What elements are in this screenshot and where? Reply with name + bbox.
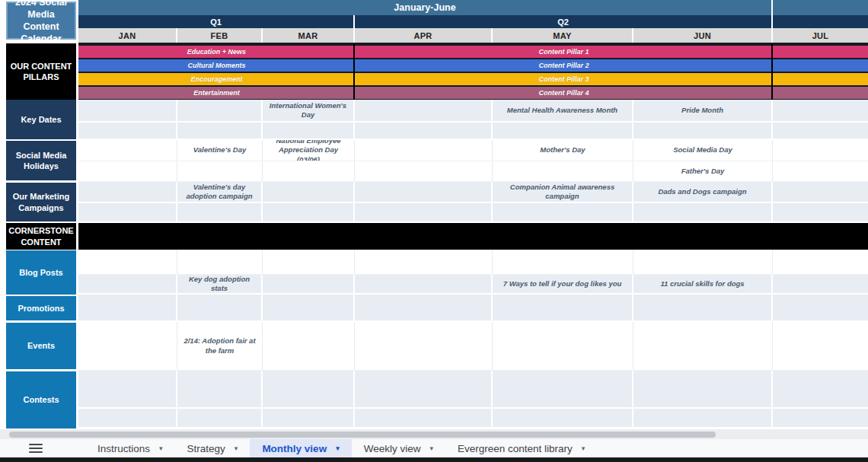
- grid-cell-jan-contests[interactable]: [78, 371, 177, 407]
- grid-cell-jun-marketing-campaigns[interactable]: Dads and Dogs campaign: [633, 182, 773, 202]
- grid-cell-apr-blog-posts[interactable]: [355, 275, 493, 293]
- month-header-jun[interactable]: JUN: [633, 28, 773, 43]
- sidebar-section-promotions[interactable]: Promotions: [6, 296, 76, 320]
- grid-cell-mar-marketing-campaigns[interactable]: [263, 182, 355, 202]
- grid-cell-may-events[interactable]: [493, 322, 633, 370]
- pillar-bar-cultural-moments[interactable]: Cultural Moments Content Pillar 2: [78, 59, 868, 72]
- grid-cell-jun-key-dates[interactable]: Pride Month: [633, 100, 773, 121]
- grid-cell-jun-promotions[interactable]: [633, 295, 773, 320]
- grid-cell-may-contests[interactable]: [493, 409, 633, 427]
- grid-cell-mar-events[interactable]: [263, 322, 355, 370]
- grid-cell-feb-blog-posts[interactable]: Key dog adoption stats: [177, 275, 263, 293]
- month-header-mar[interactable]: MAR: [263, 28, 355, 43]
- month-header-feb[interactable]: FEB: [177, 28, 263, 43]
- grid-cell-apr-promotions[interactable]: [355, 295, 493, 320]
- grid-cell-apr-contests[interactable]: [355, 409, 493, 427]
- grid-cell-mar-blog-posts[interactable]: [263, 250, 355, 274]
- grid-cell-mar-marketing-campaigns[interactable]: [263, 203, 355, 221]
- grid-cell-apr-social-media-holidays[interactable]: [355, 161, 493, 181]
- grid-cell-jun-contests[interactable]: [633, 409, 773, 427]
- pillar-bar-education-news[interactable]: Education + News Content Pillar 1: [78, 46, 868, 58]
- grid-cell-jan-blog-posts[interactable]: [78, 275, 177, 293]
- grid-cell-feb-key-dates[interactable]: [177, 100, 263, 121]
- sidebar-section-our-marketing-campaigns[interactable]: Our Marketing Campaigns: [6, 183, 76, 221]
- tab-dropdown-icon[interactable]: ▾: [582, 444, 586, 452]
- grid-cell-jan-key-dates[interactable]: [78, 123, 177, 139]
- grid-cell-jun-marketing-campaigns[interactable]: [633, 203, 773, 221]
- grid-cell-may-social-media-holidays[interactable]: [493, 161, 633, 181]
- pillar-bar-encouragement[interactable]: Encouragement Content Pillar 3: [78, 73, 868, 85]
- sidebar-section-social-media-holidays[interactable]: Social Media Holidays: [6, 141, 76, 180]
- grid-cell-apr-marketing-campaigns[interactable]: [355, 182, 493, 202]
- grid-cell-jan-key-dates[interactable]: [78, 100, 177, 121]
- tab-dropdown-icon[interactable]: ▾: [336, 444, 340, 452]
- grid-cell-apr-key-dates[interactable]: [355, 100, 493, 121]
- grid-cell-jan-events[interactable]: [78, 322, 177, 370]
- grid-cell-mar-contests[interactable]: [263, 409, 355, 427]
- grid-cell-jul-marketing-campaigns[interactable]: [773, 203, 868, 221]
- month-header-apr[interactable]: APR: [355, 28, 493, 43]
- header-range-cell[interactable]: January-June: [78, 0, 773, 15]
- grid-cell-jul-social-media-holidays[interactable]: [773, 161, 868, 181]
- grid-cell-jul-events[interactable]: [773, 322, 868, 370]
- grid-cell-jun-social-media-holidays[interactable]: Social Media Day: [633, 140, 773, 161]
- tab-dropdown-icon[interactable]: ▾: [235, 444, 238, 452]
- quarter-cell-q3[interactable]: [773, 15, 868, 28]
- sidebar-section-key-dates[interactable]: Key Dates: [6, 100, 76, 139]
- grid-cell-mar-key-dates[interactable]: International Women's Day: [263, 100, 355, 121]
- grid-cell-apr-events[interactable]: [355, 322, 493, 370]
- grid-cell-jun-blog-posts[interactable]: 11 crucial skills for dogs: [633, 275, 773, 293]
- grid-cell-feb-social-media-holidays[interactable]: [177, 161, 263, 181]
- grid-cell-may-marketing-campaigns[interactable]: [493, 203, 633, 221]
- grid-cell-mar-promotions[interactable]: [263, 295, 355, 320]
- grid-cell-jul-key-dates[interactable]: [773, 123, 868, 139]
- tab-strategy[interactable]: Strategy▾: [175, 439, 251, 457]
- grid-cell-may-promotions[interactable]: [493, 295, 633, 320]
- grid-cell-mar-social-media-holidays[interactable]: [263, 161, 355, 181]
- grid-cell-jul-marketing-campaigns[interactable]: [773, 182, 868, 202]
- grid-cell-may-key-dates[interactable]: [493, 123, 633, 139]
- grid-cell-jan-marketing-campaigns[interactable]: [78, 203, 177, 221]
- header-range-next-cell[interactable]: [773, 0, 868, 15]
- month-header-jul[interactable]: JUL: [773, 28, 868, 43]
- month-header-may[interactable]: MAY: [493, 28, 633, 43]
- quarter-cell-q2[interactable]: Q2: [355, 15, 773, 28]
- tab-weekly-view[interactable]: Weekly view▾: [352, 439, 445, 457]
- grid-cell-jul-contests[interactable]: [773, 409, 868, 427]
- grid-cell-jul-contests[interactable]: [773, 371, 868, 407]
- tab-evergreen-content-library[interactable]: Evergreen content library▾: [445, 439, 597, 457]
- sidebar-section-cornerstone-content[interactable]: CORNERSTONE CONTENT: [6, 223, 76, 250]
- tab-dropdown-icon[interactable]: ▾: [159, 444, 163, 452]
- tab-monthly-view[interactable]: Monthly view▾: [250, 439, 351, 457]
- grid-cell-feb-promotions[interactable]: [177, 295, 263, 320]
- grid-cell-feb-key-dates[interactable]: [177, 123, 263, 139]
- grid-cell-feb-blog-posts[interactable]: [177, 250, 263, 274]
- grid-cell-may-contests[interactable]: [493, 371, 633, 407]
- grid-cell-jun-blog-posts[interactable]: [633, 250, 773, 274]
- grid-cell-may-blog-posts[interactable]: [493, 250, 633, 274]
- horizontal-scrollbar[interactable]: [0, 429, 868, 439]
- tab-dropdown-icon[interactable]: ▾: [429, 444, 433, 452]
- tab-instructions[interactable]: Instructions▾: [85, 439, 175, 457]
- grid-cell-feb-contests[interactable]: [177, 371, 263, 407]
- grid-cell-jun-social-media-holidays[interactable]: Father's Day: [633, 161, 773, 181]
- grid-cell-mar-blog-posts[interactable]: [263, 275, 355, 293]
- grid-cell-jul-social-media-holidays[interactable]: [773, 140, 868, 161]
- month-header-jan[interactable]: JAN: [78, 28, 177, 43]
- grid-cell-jan-blog-posts[interactable]: [78, 250, 177, 274]
- grid-cell-jun-contests[interactable]: [633, 371, 773, 407]
- grid-cell-jul-blog-posts[interactable]: [773, 275, 868, 293]
- grid-cell-feb-marketing-campaigns[interactable]: [177, 203, 263, 221]
- grid-cell-may-marketing-campaigns[interactable]: Companion Animal awareness campaign: [493, 182, 633, 202]
- grid-cell-jul-key-dates[interactable]: [773, 100, 868, 121]
- pillar-bar-entertainment[interactable]: Entertainment Content Pillar 4: [78, 87, 868, 99]
- grid-cell-feb-social-media-holidays[interactable]: Valentine's Day: [177, 140, 263, 161]
- grid-cell-mar-key-dates[interactable]: [263, 123, 355, 139]
- sidebar-section-contests[interactable]: Contests: [6, 371, 76, 429]
- grid-cell-jan-contests[interactable]: [78, 409, 177, 427]
- grid-cell-jan-marketing-campaigns[interactable]: [78, 182, 177, 202]
- grid-cell-may-social-media-holidays[interactable]: Mother's Day: [493, 140, 633, 161]
- grid-cell-feb-events[interactable]: 2/14: Adoption fair at the farm: [177, 322, 263, 370]
- grid-cell-mar-contests[interactable]: [263, 371, 355, 407]
- grid-cell-jan-social-media-holidays[interactable]: [78, 140, 177, 161]
